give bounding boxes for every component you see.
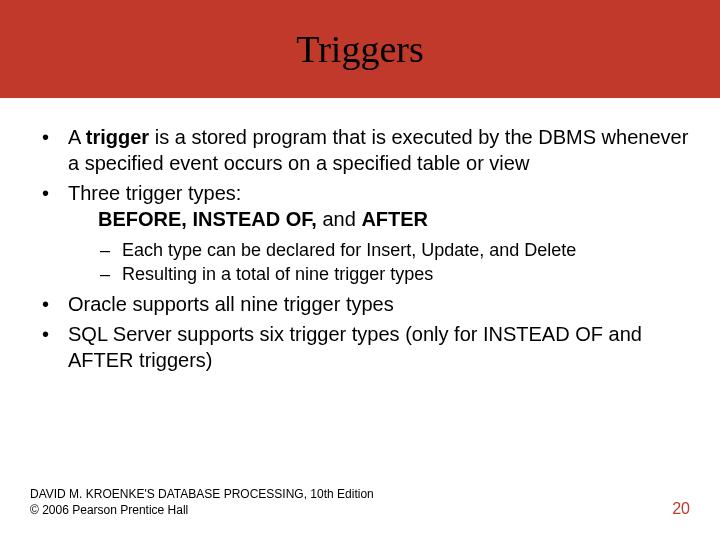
text: SQL Server supports six trigger types (o…: [68, 323, 642, 371]
bullet-item: SQL Server supports six trigger types (o…: [30, 321, 690, 373]
text: Resulting in a total of nine trigger typ…: [122, 264, 433, 284]
bullet-list: A trigger is a stored program that is ex…: [30, 124, 690, 373]
text: A: [68, 126, 86, 148]
slide: Triggers A trigger is a stored program t…: [0, 0, 720, 540]
slide-content: A trigger is a stored program that is ex…: [0, 98, 720, 373]
footer-line: © 2006 Pearson Prentice Hall: [30, 502, 374, 518]
slide-title: Triggers: [296, 27, 423, 71]
bullet-item: Three trigger types: BEFORE, INSTEAD OF,…: [30, 180, 690, 287]
footer-line: DAVID M. KROENKE'S DATABASE PROCESSING, …: [30, 486, 374, 502]
bullet-item: A trigger is a stored program that is ex…: [30, 124, 690, 176]
footer-attribution: DAVID M. KROENKE'S DATABASE PROCESSING, …: [30, 486, 374, 518]
sub-bullet-item: Each type can be declared for Insert, Up…: [68, 238, 690, 262]
text: Oracle supports all nine trigger types: [68, 293, 394, 315]
text: Each type can be declared for Insert, Up…: [122, 240, 576, 260]
text: Three trigger types:: [68, 182, 241, 204]
bullet-item: Oracle supports all nine trigger types: [30, 291, 690, 317]
text: is a stored program that is executed by …: [68, 126, 688, 174]
indented-line: BEFORE, INSTEAD OF, and AFTER: [68, 206, 690, 232]
sub-bullet-item: Resulting in a total of nine trigger typ…: [68, 262, 690, 286]
text: and: [322, 208, 361, 230]
title-bar: Triggers: [0, 0, 720, 98]
sub-bullet-list: Each type can be declared for Insert, Up…: [68, 238, 690, 287]
bold-text: AFTER: [361, 208, 428, 230]
bold-text: BEFORE, INSTEAD OF,: [98, 208, 322, 230]
page-number: 20: [672, 500, 690, 518]
bold-text: trigger: [86, 126, 149, 148]
slide-footer: DAVID M. KROENKE'S DATABASE PROCESSING, …: [30, 486, 690, 518]
